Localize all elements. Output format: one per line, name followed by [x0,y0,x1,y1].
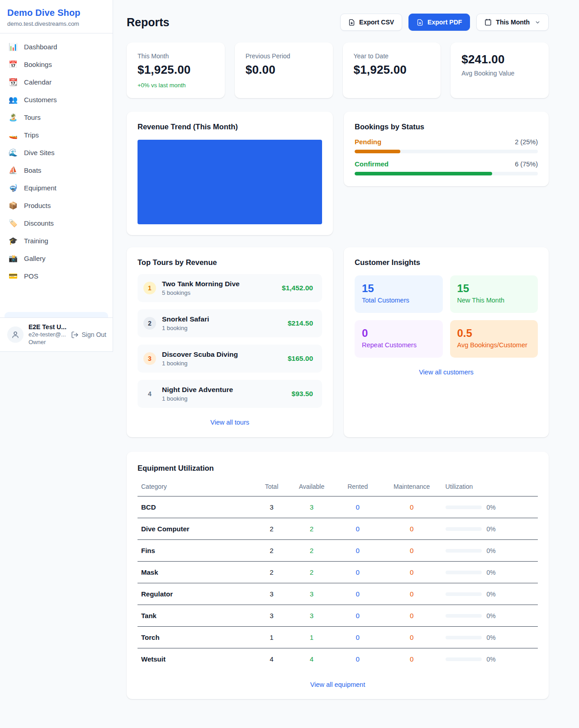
cell-available: 2 [290,540,333,562]
calendar-outline-icon [484,19,492,26]
dashboard-icon: 📊 [8,43,18,51]
sidebar-item-dashboard[interactable]: 📊 Dashboard [4,38,109,56]
cell-category: Torch [138,627,254,648]
stat-label: Year to Date [354,52,430,60]
stat-label: Avg Booking Value [461,70,538,77]
utilization-percent: 0% [487,525,496,533]
export-csv-button[interactable]: Export CSV [340,14,402,31]
export-csv-label: Export CSV [359,19,394,26]
main-content: Reports Export CSV Export PDF [113,0,579,717]
view-all-customers-link[interactable]: View all customers [355,369,538,376]
stat-value: $241.00 [461,52,538,66]
package-icon: 📦 [8,201,18,210]
cell-utilization: 0% [442,518,538,540]
diving-mask-icon: 🤿 [8,184,18,192]
sidebar-item-trips[interactable]: 🚤 Trips [4,126,109,144]
sidebar-item-equipment[interactable]: 🤿 Equipment [4,179,109,197]
cell-utilization: 0% [442,627,538,648]
tour-row: 4 Night Dive Adventure 1 booking $93.50 [138,380,322,408]
cell-available: 3 [290,496,333,518]
cell-maintenance: 0 [382,648,442,670]
sidebar-item-tours[interactable]: 🏝️ Tours [4,109,109,126]
top-tours-title: Top Tours by Revenue [138,258,322,267]
cell-rented: 0 [334,627,382,648]
utilization-bar [446,657,482,661]
utilization-percent: 0% [487,547,496,554]
utilization-percent: 0% [487,634,496,641]
graduation-cap-icon: 🎓 [8,236,18,245]
revenue-trend-card: Revenue Trend (This Month) [127,112,333,235]
sign-out-button[interactable]: Sign Out [71,331,106,339]
user-email: e2e-tester@... [28,331,66,339]
period-dropdown[interactable]: This Month [476,14,549,31]
tile-avg-bookings-customer: 0.5 Avg Bookings/Customer [450,320,538,358]
utilization-percent: 0% [487,569,496,576]
tile-new-this-month: 15 New This Month [450,275,538,313]
bookings-by-status-title: Bookings by Status [355,123,538,131]
utilization-bar [446,506,482,509]
stat-value: $0.00 [246,63,322,77]
sidebar-item-label: POS [24,272,38,280]
stat-label: Previous Period [246,52,322,60]
sidebar-item-label: Dive Sites [24,149,55,156]
cell-rented: 0 [334,518,382,540]
sidebar-item-customers[interactable]: 👥 Customers [4,91,109,109]
stat-label: This Month [138,52,214,60]
cell-total: 2 [254,562,290,583]
table-header-row: Category Total Available Rented Maintena… [138,478,538,496]
sidebar-item-label: Equipment [24,184,57,192]
rank-badge: 1 [143,282,156,294]
utilization-percent: 0% [487,504,496,511]
sidebar-item-label: Discounts [24,219,54,227]
sign-out-icon [71,331,79,339]
utilization-percent: 0% [487,612,496,619]
sidebar-item-training[interactable]: 🎓 Training [4,232,109,250]
sidebar-item-calendar[interactable]: 📆 Calendar [4,73,109,91]
island-icon: 🏝️ [8,113,18,122]
tile-value: 0.5 [457,327,531,340]
tour-revenue: $165.00 [288,355,313,363]
sidebar-item-dive-sites[interactable]: 🌊 Dive Sites [4,144,109,161]
cell-category: BCD [138,496,254,518]
revenue-trend-chart [138,140,322,224]
export-pdf-button[interactable]: Export PDF [408,14,470,31]
shop-name: Demo Dive Shop [7,8,105,18]
sidebar-item-pos[interactable]: 💳 POS [4,267,109,285]
credit-card-icon: 💳 [8,272,18,280]
cell-utilization: 0% [442,562,538,583]
table-row: Tank 3 3 0 0 0% [138,605,538,627]
stat-delta: +0% vs last month [138,82,214,89]
utilization-bar [446,592,482,596]
revenue-trend-title: Revenue Trend (This Month) [138,123,322,131]
stat-card-previous-period: Previous Period $0.00 [235,43,333,98]
tile-label: Total Customers [362,297,436,304]
sidebar-item-products[interactable]: 📦 Products [4,197,109,214]
sidebar-item-gallery[interactable]: 📸 Gallery [4,250,109,267]
tile-value: 15 [457,282,531,295]
tile-label: Repeat Customers [362,341,436,349]
sidebar-item-label: Bookings [24,61,52,68]
cell-maintenance: 0 [382,605,442,627]
sidebar-item-label: Customers [24,96,57,104]
sidebar-item-label: Training [24,237,48,245]
view-all-equipment-link[interactable]: View all equipment [138,681,538,688]
cell-maintenance: 0 [382,583,442,605]
sidebar-item-bookings[interactable]: 📅 Bookings [4,56,109,73]
status-bar-track [355,172,538,175]
bookings-calendar-icon: 📅 [8,60,18,69]
user-panel: E2E Test U... e2e-tester@... Owner Sign … [0,317,113,351]
sidebar-item-discounts[interactable]: 🏷️ Discounts [4,214,109,232]
cell-category: Mask [138,562,254,583]
column-header-maintenance: Maintenance [382,478,442,496]
sidebar-active-item-partial[interactable] [5,312,108,317]
sidebar-item-boats[interactable]: ⛵ Boats [4,161,109,179]
cell-utilization: 0% [442,540,538,562]
column-header-utilization: Utilization [442,478,538,496]
equipment-utilization-card: Equipment Utilization Category Total Ava… [127,452,549,699]
view-all-tours-link[interactable]: View all tours [138,419,322,426]
customer-insights-title: Customer Insights [355,258,538,267]
cell-maintenance: 0 [382,540,442,562]
utilization-bar [446,527,482,531]
tour-bookings: 1 booking [162,395,233,402]
stat-card-year-to-date: Year to Date $1,925.00 [343,43,441,98]
